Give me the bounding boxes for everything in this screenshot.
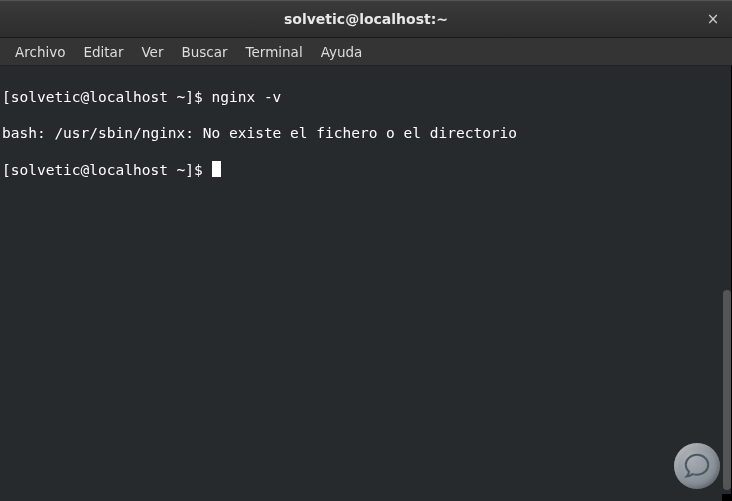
command-text: nginx -v <box>212 89 282 105</box>
window-title: solvetic@localhost:~ <box>284 11 448 27</box>
watermark-badge <box>674 443 720 489</box>
menu-buscar[interactable]: Buscar <box>172 40 236 64</box>
terminal-line: bash: /usr/sbin/nginx: No existe el fich… <box>2 124 720 142</box>
output-text: bash: /usr/sbin/nginx: No existe el fich… <box>2 125 517 141</box>
terminal-line: [solvetic@localhost ~]$ nginx -v <box>2 88 720 106</box>
menu-ver[interactable]: Ver <box>132 40 172 64</box>
menu-editar[interactable]: Editar <box>74 40 132 64</box>
menu-archivo[interactable]: Archivo <box>6 40 74 64</box>
terminal-output[interactable]: [solvetic@localhost ~]$ nginx -v bash: /… <box>0 66 722 501</box>
prompt: [solvetic@localhost ~]$ <box>2 89 212 105</box>
close-icon[interactable]: × <box>704 10 722 28</box>
prompt: [solvetic@localhost ~]$ <box>2 162 212 178</box>
menubar: Archivo Editar Ver Buscar Terminal Ayuda <box>0 38 732 66</box>
menu-ayuda[interactable]: Ayuda <box>312 40 372 64</box>
titlebar: solvetic@localhost:~ × <box>0 0 732 38</box>
terminal-line: [solvetic@localhost ~]$ <box>2 161 720 179</box>
scrollbar-thumb[interactable] <box>723 290 731 490</box>
menu-terminal[interactable]: Terminal <box>237 40 312 64</box>
speech-bubble-icon <box>682 451 712 481</box>
cursor-block <box>212 161 221 177</box>
